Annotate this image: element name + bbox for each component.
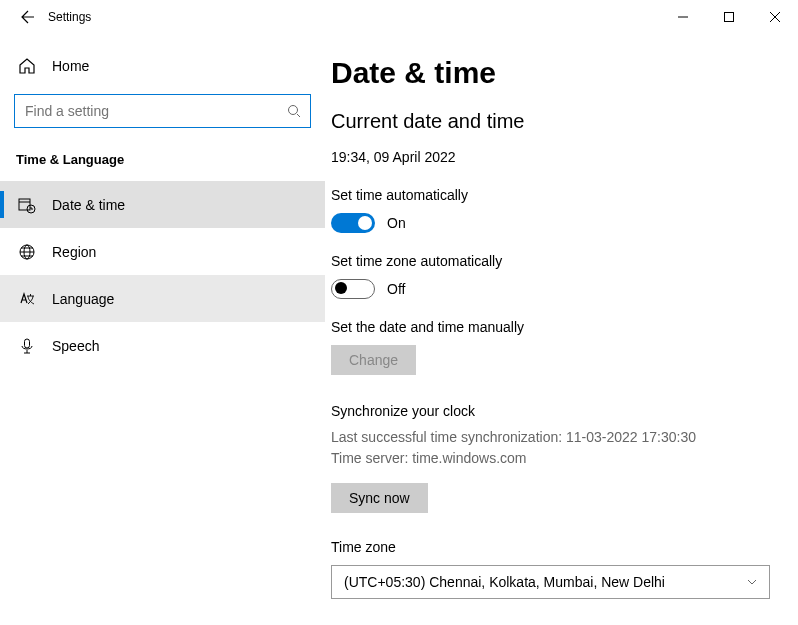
window-title: Settings	[48, 10, 91, 24]
auto-time-state: On	[387, 215, 406, 231]
sidebar-item-language[interactable]: Language	[0, 275, 325, 322]
auto-tz-state: Off	[387, 281, 405, 297]
auto-time-label: Set time automatically	[331, 187, 770, 203]
change-button[interactable]: Change	[331, 345, 416, 375]
sync-heading: Synchronize your clock	[331, 403, 770, 419]
sidebar-item-region[interactable]: Region	[0, 228, 325, 275]
microphone-icon	[18, 337, 36, 355]
sidebar-item-label: Date & time	[52, 197, 125, 213]
svg-rect-0	[725, 13, 734, 22]
calendar-clock-icon	[18, 196, 36, 214]
svg-rect-6	[25, 339, 30, 348]
page-heading: Date & time	[331, 56, 770, 90]
svg-rect-2	[19, 199, 30, 210]
language-icon	[18, 290, 36, 308]
close-button[interactable]	[752, 1, 798, 33]
sidebar-item-datetime[interactable]: Date & time	[0, 181, 325, 228]
auto-time-toggle[interactable]	[331, 213, 375, 233]
auto-tz-toggle[interactable]	[331, 279, 375, 299]
auto-tz-label: Set time zone automatically	[331, 253, 770, 269]
maximize-button[interactable]	[706, 1, 752, 33]
sidebar-item-label: Region	[52, 244, 96, 260]
current-datetime-value: 19:34, 09 April 2022	[331, 149, 770, 165]
search-container	[14, 94, 311, 128]
svg-point-1	[289, 106, 298, 115]
sidebar-item-speech[interactable]: Speech	[0, 322, 325, 369]
sidebar: Home Time & Language Date & time Region	[0, 34, 325, 625]
search-input[interactable]	[14, 94, 311, 128]
sidebar-category: Time & Language	[0, 128, 325, 181]
back-button[interactable]	[12, 3, 40, 31]
minimize-button[interactable]	[660, 1, 706, 33]
home-icon	[18, 57, 36, 75]
sidebar-home-label: Home	[52, 58, 89, 74]
close-icon	[770, 12, 780, 22]
minimize-icon	[678, 12, 688, 22]
sync-server-text: Time server: time.windows.com	[331, 448, 770, 469]
sync-last-text: Last successful time synchronization: 11…	[331, 427, 770, 448]
timezone-label: Time zone	[331, 539, 770, 555]
arrow-left-icon	[18, 9, 34, 25]
sidebar-home[interactable]: Home	[0, 46, 325, 86]
chevron-down-icon	[747, 579, 757, 585]
timezone-value: (UTC+05:30) Chennai, Kolkata, Mumbai, Ne…	[344, 574, 665, 590]
globe-icon	[18, 243, 36, 261]
section-current-datetime: Current date and time	[331, 110, 770, 133]
sync-now-button[interactable]: Sync now	[331, 483, 428, 513]
sidebar-item-label: Language	[52, 291, 114, 307]
content-pane: Date & time Current date and time 19:34,…	[325, 34, 798, 625]
title-bar: Settings	[0, 0, 798, 34]
sidebar-item-label: Speech	[52, 338, 99, 354]
search-icon	[287, 104, 301, 118]
maximize-icon	[724, 12, 734, 22]
timezone-dropdown[interactable]: (UTC+05:30) Chennai, Kolkata, Mumbai, Ne…	[331, 565, 770, 599]
manual-datetime-label: Set the date and time manually	[331, 319, 770, 335]
